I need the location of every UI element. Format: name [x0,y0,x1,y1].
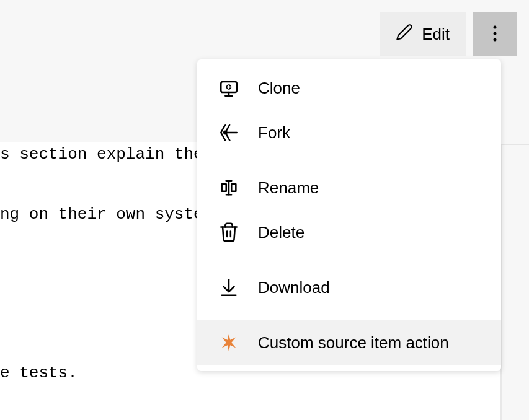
asterisk-icon [218,332,239,353]
menu-item-download[interactable]: Download [197,265,501,310]
menu-item-label: Clone [258,79,300,98]
svg-point-1 [494,32,497,35]
content-area: s section explain the ng on their own sy… [0,142,198,385]
svg-point-5 [224,131,226,134]
menu-item-clone[interactable]: Clone [197,66,501,110]
menu-item-rename[interactable]: Rename [197,165,501,210]
menu-item-label: Delete [258,223,305,242]
menu-item-delete[interactable]: Delete [197,210,501,255]
clone-icon [218,77,239,98]
menu-divider [218,260,480,260]
content-line [0,263,198,287]
download-icon [218,277,239,298]
menu-item-label: Custom source item action [258,333,449,352]
content-line: ng on their own system [0,203,198,227]
trash-icon [218,222,239,243]
svg-point-0 [494,25,497,28]
toolbar: Edit [380,12,517,56]
more-vertical-icon [493,25,497,44]
rename-icon [218,177,239,198]
menu-item-custom-action[interactable]: Custom source item action [197,320,501,365]
edit-button[interactable]: Edit [380,12,466,56]
content-line: s section explain the [0,142,198,167]
svg-point-2 [494,38,497,41]
edit-button-label: Edit [422,25,450,44]
pencil-icon [396,24,413,45]
fork-icon [218,122,239,143]
actions-menu: Clone Fork Rename [197,59,501,371]
menu-item-label: Fork [258,123,290,142]
menu-item-fork[interactable]: Fork [197,110,501,155]
menu-item-label: Download [258,278,330,297]
menu-item-label: Rename [258,178,319,198]
more-actions-button[interactable] [473,12,517,56]
menu-divider [218,315,480,315]
menu-divider [218,160,480,160]
content-line: e tests. [0,361,198,385]
